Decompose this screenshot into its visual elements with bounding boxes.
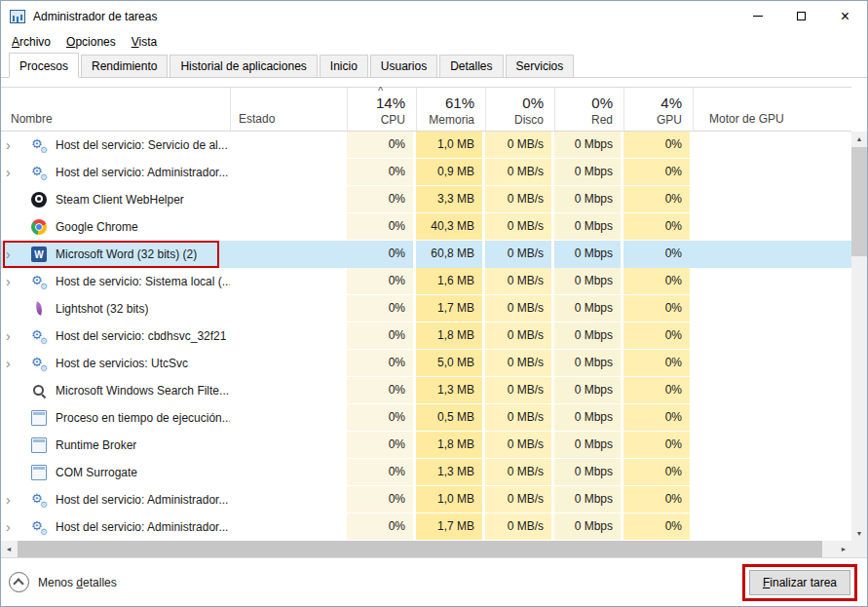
scroll-right-icon[interactable]: ► (836, 541, 851, 557)
process-row[interactable]: Microsoft Windows Search Filte... 0% 1,3… (1, 377, 851, 404)
finalizar-tarea-button[interactable]: Finalizar tarea (749, 570, 850, 595)
column-header-disco[interactable]: 0% Disco (485, 88, 551, 131)
expand-chevron-icon[interactable]: › (6, 351, 19, 376)
expand-chevron-icon[interactable]: › (6, 487, 19, 512)
memoria-cell: 0,5 MB (416, 404, 482, 432)
minimize-button[interactable] (736, 1, 779, 31)
horizontal-scrollbar[interactable]: ◄ ► (1, 541, 851, 557)
disco-cell: 0 MB/s (485, 322, 551, 350)
window-controls: × (736, 1, 867, 31)
process-row[interactable]: Proceso en tiempo de ejecución... 0% 0,5… (1, 404, 851, 432)
maximize-button[interactable] (779, 1, 823, 31)
red-cell: 0 Mbps (554, 432, 621, 459)
expand-chevron-icon[interactable]: › (6, 269, 19, 294)
column-header-red[interactable]: 0% Red (554, 88, 621, 131)
name-cell: › Host de servicios: UtcSvc (1, 350, 230, 377)
process-name: Runtime Broker (56, 438, 136, 452)
red-cell: 0 Mbps (554, 159, 621, 186)
name-cell: Lightshot (32 bits) (1, 295, 230, 322)
process-name: Host del servicio: cbdhsvc_32f21 (56, 329, 226, 343)
red-cell: 0 Mbps (554, 295, 621, 322)
process-row[interactable]: Google Chrome 0% 40,3 MB 0 MB/s 0 Mbps 0… (1, 213, 851, 241)
disco-cell: 0 MB/s (485, 513, 551, 541)
tab-historial-de-aplicaciones[interactable]: Historial de aplicaciones (170, 55, 317, 77)
cpu-total-percent: 14% (376, 95, 405, 111)
name-cell: › Host del servicio: Administrador... (1, 513, 230, 541)
scroll-down-icon[interactable]: ▼ (851, 526, 867, 541)
motor-gpu-cell (690, 159, 851, 186)
column-header-cpu[interactable]: ^ 14% CPU (347, 88, 413, 131)
process-row[interactable]: Lightshot (32 bits) 0% 1,7 MB 0 MB/s 0 M… (1, 295, 851, 322)
menu-opciones[interactable]: Opciones (58, 35, 124, 49)
scroll-left-icon[interactable]: ◄ (1, 541, 17, 557)
process-row[interactable]: › Host del servicio: Administrador... 0%… (1, 159, 851, 186)
red-cell: 0 Mbps (554, 241, 621, 268)
tab-rendimiento[interactable]: Rendimiento (81, 55, 168, 77)
process-name: Host de servicios: UtcSvc (56, 357, 188, 370)
service-gears-icon (31, 165, 47, 180)
menu-vista[interactable]: Vista (124, 35, 165, 49)
expand-chevron-icon[interactable]: › (6, 160, 19, 185)
process-name: COM Surrogate (56, 466, 137, 479)
process-row[interactable]: › Host del servicio: Administrador... 0%… (1, 486, 851, 513)
column-header-memoria[interactable]: 61% Memoria (416, 88, 482, 131)
cpu-cell: 0% (347, 241, 413, 268)
name-cell: Proceso en tiempo de ejecución... (1, 404, 230, 432)
process-row[interactable]: › Host de servicio: Sistema local (... 0… (1, 268, 851, 295)
name-cell: › Host de servicio: Sistema local (... (1, 268, 230, 295)
memoria-cell: 3,3 MB (416, 186, 482, 213)
cpu-cell: 0% (347, 213, 413, 241)
tab-servicios[interactable]: Servicios (506, 55, 575, 77)
tab-procesos[interactable]: Procesos (9, 53, 79, 78)
vertical-scrollbar[interactable]: ▲ ▼ (851, 132, 867, 541)
gpu-cell: 0% (623, 432, 690, 459)
process-row[interactable]: Runtime Broker 0% 1,8 MB 0 MB/s 0 Mbps 0… (1, 432, 851, 459)
process-row[interactable]: Steam Client WebHelper 0% 3,3 MB 0 MB/s … (1, 186, 851, 213)
horizontal-scrollbar-thumb[interactable] (18, 541, 822, 557)
gpu-cell: 0% (623, 322, 690, 350)
disco-cell: 0 MB/s (485, 432, 551, 459)
estado-cell (230, 513, 347, 541)
name-cell: Runtime Broker (1, 432, 230, 459)
process-row[interactable]: COM Surrogate 0% 1,3 MB 0 MB/s 0 Mbps 0% (1, 459, 851, 486)
column-header-nombre[interactable]: Nombre (1, 88, 230, 131)
process-name: Proceso en tiempo de ejecución... (56, 411, 230, 425)
process-row[interactable]: › Host del servicio: cbdhsvc_32f21 0% 1,… (1, 322, 851, 350)
memoria-cell: 0,9 MB (416, 159, 482, 186)
expand-chevron-icon[interactable]: › (6, 242, 19, 267)
process-row[interactable]: › Host del servicio: Administrador... 0%… (1, 513, 851, 541)
tab-usuarios[interactable]: Usuarios (370, 55, 437, 77)
motor-gpu-cell (690, 132, 851, 159)
disco-cell: 0 MB/s (485, 377, 551, 404)
expand-chevron-icon[interactable]: › (6, 514, 19, 540)
minimize-icon (753, 16, 763, 17)
cpu-cell: 0% (347, 486, 413, 513)
menos-detalles-toggle[interactable]: Menos detalles (9, 572, 117, 592)
cpu-cell: 0% (347, 132, 413, 159)
process-row[interactable]: › Host del servicio: Servicio de al... 0… (1, 132, 851, 159)
gpu-cell: 0% (623, 186, 690, 213)
scroll-up-icon[interactable]: ▲ (851, 132, 867, 146)
disco-cell: 0 MB/s (485, 295, 551, 322)
column-header-gpu[interactable]: 4% GPU (623, 88, 690, 131)
expand-chevron-icon[interactable]: › (6, 133, 19, 158)
red-cell: 0 Mbps (554, 377, 621, 404)
process-row[interactable]: › Host de servicios: UtcSvc 0% 5,0 MB 0 … (1, 350, 851, 377)
expand-chevron-icon[interactable]: › (6, 323, 19, 349)
estado-cell (230, 459, 347, 486)
tab-inicio[interactable]: Inicio (320, 55, 368, 77)
gpu-cell: 0% (623, 377, 690, 404)
column-header-motor-gpu[interactable]: Motor de GPU (693, 88, 851, 131)
red-cell: 0 Mbps (554, 459, 621, 486)
vertical-scrollbar-thumb[interactable] (851, 147, 867, 256)
steam-icon (31, 192, 47, 208)
process-row[interactable]: › Microsoft Word (32 bits) (2) 0% 60,8 M… (1, 241, 851, 268)
menu-archivo[interactable]: Archivo (4, 35, 58, 49)
service-gears-icon (31, 356, 47, 371)
motor-gpu-cell (690, 241, 851, 268)
close-button[interactable]: × (823, 1, 867, 31)
column-header-estado[interactable]: Estado (230, 88, 347, 131)
name-cell: Steam Client WebHelper (1, 186, 230, 213)
tab-detalles[interactable]: Detalles (439, 55, 503, 77)
motor-gpu-cell (690, 186, 851, 213)
